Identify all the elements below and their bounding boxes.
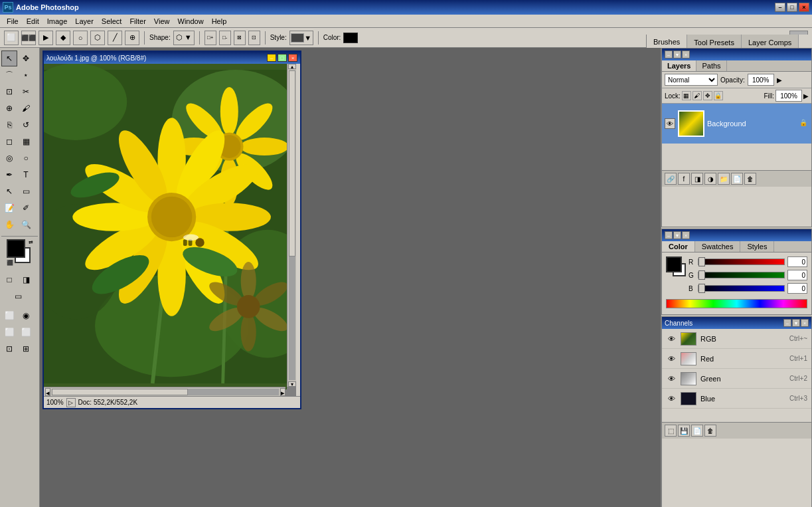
options-tool-btn-4[interactable]: ◆ (56, 31, 70, 45)
color-panel-close[interactable]: × (682, 231, 690, 239)
layer-visibility-eye[interactable]: 👁 (665, 118, 675, 129)
tool-clone[interactable]: ⎘ (1, 117, 17, 133)
channels-panel-header-btns[interactable]: – ▼ × (783, 319, 809, 327)
tool-pen[interactable]: ✒ (1, 167, 17, 183)
menu-filter[interactable]: Filter (125, 16, 149, 27)
tab-layers[interactable]: Layers (662, 60, 696, 71)
tool-type[interactable]: T (18, 167, 34, 183)
minimize-button[interactable]: – (775, 3, 785, 12)
tool-gradient[interactable]: ▦ (18, 134, 34, 150)
options-tool-btn-2[interactable]: ⬛⬛ (21, 31, 36, 45)
layer-folder-btn[interactable]: 📁 (718, 173, 730, 185)
layer-delete-btn[interactable]: 🗑 (744, 173, 756, 185)
color-panel-menu[interactable]: ▼ (673, 231, 681, 239)
menu-file[interactable]: File (3, 16, 23, 27)
color-spectrum[interactable] (666, 299, 807, 308)
blue-value[interactable]: 0 (787, 283, 807, 294)
style-selector[interactable]: ▼ (289, 31, 313, 45)
layer-link-btn[interactable]: 🔗 (665, 173, 677, 185)
layer-effects-btn[interactable]: f (678, 173, 690, 185)
tool-extra-1[interactable]: ⬜ (1, 308, 17, 324)
color-panel-header[interactable]: – ▼ × (662, 229, 811, 241)
channels-panel-close[interactable]: × (801, 319, 809, 327)
color-panel-header-btns[interactable]: – ▼ × (665, 231, 690, 239)
lock-move[interactable]: ✥ (703, 91, 712, 100)
tool-slice[interactable]: ✂ (18, 84, 34, 100)
vertical-scrollbar[interactable]: ▴ ▾ (287, 64, 296, 387)
tool-shape[interactable]: ▭ (18, 183, 34, 199)
path-subtract-btn[interactable]: □- (219, 31, 231, 45)
layers-panel-header-btns[interactable]: – ▼ × (665, 51, 690, 58)
layers-panel-close[interactable]: × (682, 51, 690, 58)
options-tool-btn-3[interactable]: ▶ (39, 31, 53, 45)
tool-heal[interactable]: ⊕ (1, 100, 17, 116)
tool-move[interactable]: ✥ (18, 51, 34, 66)
scroll-up-btn[interactable]: ▴ (288, 64, 296, 69)
scroll-h-thumb[interactable] (52, 389, 188, 395)
path-add-btn[interactable]: □+ (204, 31, 216, 45)
tool-crop[interactable]: ⊡ (1, 84, 17, 100)
tool-selection[interactable]: ↖ (1, 51, 17, 66)
blend-mode-select[interactable]: Normal (665, 74, 718, 86)
swap-colors[interactable]: ⇄ (29, 239, 33, 245)
layers-panel-menu[interactable]: ▼ (673, 51, 681, 58)
tool-standard-mode[interactable]: □ (1, 272, 17, 288)
channels-new[interactable]: 📄 (691, 425, 703, 437)
doc-maximize[interactable]: □ (278, 54, 287, 62)
title-bar-buttons[interactable]: – □ × (775, 3, 809, 12)
layer-new-btn[interactable]: 📄 (731, 173, 743, 185)
green-slider[interactable] (698, 272, 785, 278)
menu-window[interactable]: Window (174, 16, 208, 27)
layer-background-row[interactable]: 👁 Background 🔒 (662, 104, 811, 144)
path-intersect-btn[interactable]: ⊠ (234, 31, 246, 45)
tool-quick-mask[interactable]: ◨ (18, 272, 34, 288)
menu-select[interactable]: Select (98, 16, 126, 27)
channels-panel-collapse[interactable]: – (783, 319, 791, 327)
layer-mask-btn[interactable]: ◨ (691, 173, 703, 185)
doc-close[interactable]: × (288, 54, 297, 62)
red-slider[interactable] (698, 258, 785, 265)
tool-notes[interactable]: 📝 (1, 200, 17, 216)
scroll-v-track[interactable] (289, 70, 295, 380)
tool-history[interactable]: ↺ (18, 117, 34, 133)
tool-extra-4[interactable]: ⬜ (18, 324, 34, 340)
channel-rgb-eye[interactable]: 👁 (666, 334, 677, 344)
opacity-input[interactable] (748, 74, 774, 86)
blue-slider[interactable] (698, 285, 785, 292)
scroll-down-btn[interactable]: ▾ (288, 381, 296, 387)
channel-red-eye[interactable]: 👁 (666, 354, 677, 364)
options-tool-btn-6[interactable]: ⬡ (90, 31, 105, 45)
green-value[interactable]: 0 (787, 270, 807, 280)
horizontal-scrollbar[interactable]: ◂ ▸ (44, 387, 285, 396)
layers-panel-header[interactable]: – ▼ × (662, 49, 811, 60)
options-tool-btn-8[interactable]: ⊕ (125, 31, 139, 45)
tool-eyedropper[interactable]: ✐ (18, 200, 34, 216)
tab-color[interactable]: Color (662, 241, 695, 252)
tool-extra-3[interactable]: ⬜ (1, 324, 17, 340)
close-button[interactable]: × (799, 3, 809, 12)
tool-magic-wand[interactable]: ⋆ (18, 67, 34, 83)
scroll-left-btn[interactable]: ◂ (45, 388, 50, 396)
options-tool-btn-7[interactable]: ╱ (108, 31, 122, 45)
lock-paint[interactable]: 🖌 (692, 91, 702, 100)
tool-extra-5[interactable]: ⊡ (1, 341, 17, 357)
menu-image[interactable]: Image (43, 16, 72, 27)
tool-brush[interactable]: 🖌 (18, 100, 34, 116)
menu-edit[interactable]: Edit (23, 16, 43, 27)
tool-eraser[interactable]: ◻ (1, 134, 17, 150)
tool-path-select[interactable]: ↖ (1, 183, 17, 199)
tab-swatches[interactable]: Swatches (695, 241, 741, 252)
channels-panel-menu[interactable]: ▼ (792, 319, 800, 327)
tab-paths[interactable]: Paths (696, 60, 726, 71)
status-toggle-btn[interactable]: ▷ (66, 398, 76, 407)
path-exclude-btn[interactable]: ⊡ (248, 31, 260, 45)
doc-minimize[interactable]: – (267, 54, 276, 62)
channel-rgb-row[interactable]: 👁 RGB Ctrl+~ (662, 329, 811, 349)
shape-selector[interactable]: ⬡ ▼ (173, 31, 195, 45)
options-tool-btn-1[interactable]: ⬜ (4, 31, 19, 45)
scroll-v-thumb[interactable] (289, 70, 295, 256)
default-colors[interactable]: ⬛ (7, 260, 13, 266)
tool-zoom[interactable]: 🔍 (18, 217, 34, 233)
tool-extra-2[interactable]: ◉ (18, 308, 34, 324)
color-panel-collapse[interactable]: – (665, 231, 673, 239)
